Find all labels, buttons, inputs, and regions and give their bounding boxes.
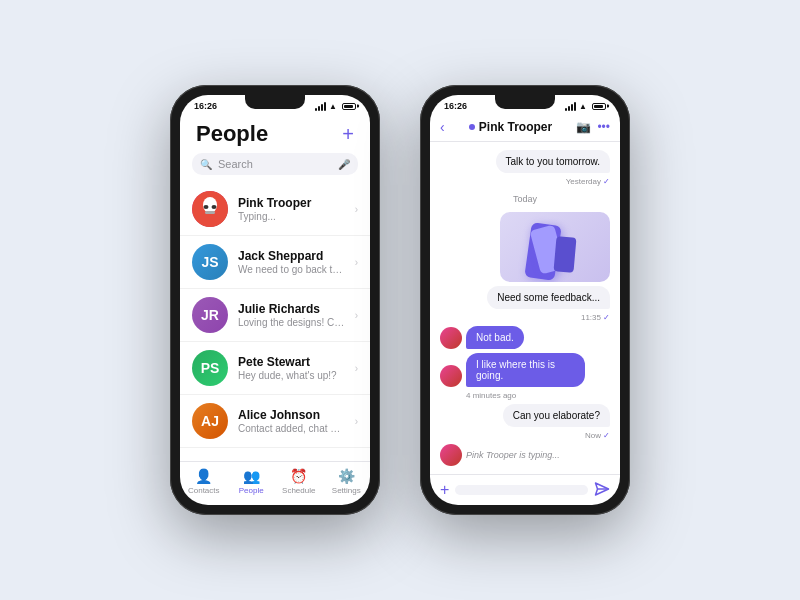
contact-item[interactable]: AJ Alice Johnson Contact added, chat wit…	[180, 395, 370, 448]
contact-status: Contact added, chat with Alice now	[238, 423, 345, 434]
typing-text: Pink Trooper is typing...	[466, 450, 560, 460]
people-screen: 16:26 ▲ People +	[180, 95, 370, 505]
image-message	[500, 212, 610, 282]
svg-rect-4	[205, 211, 215, 214]
search-bar[interactable]: 🔍 Search 🎤	[192, 153, 358, 175]
contact-info: Jack Sheppard We need to go back to the …	[238, 249, 345, 275]
signal-bar-4	[324, 102, 326, 111]
checkmark-icon: ✓	[603, 177, 610, 186]
tab-schedule[interactable]: ⏰ Schedule	[275, 468, 323, 495]
message-timestamp: 11:35 ✓	[581, 313, 610, 322]
avatar: JR	[192, 297, 228, 333]
signal-bar-3	[321, 104, 323, 111]
message-bubble: Need some feedback...	[487, 286, 610, 309]
avatar: AJ	[192, 403, 228, 439]
contact-item[interactable]: JR Julie Richards Loving the designs! Ca…	[180, 289, 370, 342]
right-phone: 16:26 ▲ ‹ Pink Trooper	[420, 85, 630, 515]
status-bar-right: 16:26 ▲	[430, 95, 620, 113]
send-icon	[594, 482, 610, 496]
send-button[interactable]	[594, 482, 610, 499]
battery-icon-right	[592, 103, 606, 110]
timestamp-text: Now	[585, 431, 601, 440]
svg-point-3	[212, 205, 217, 209]
trooper-icon	[192, 191, 228, 227]
message-bubble: Talk to you tomorrow.	[496, 150, 610, 173]
contact-name: Julie Richards	[238, 302, 345, 316]
signal-bar-1	[315, 108, 317, 111]
contact-name-label: Pink Trooper	[479, 120, 552, 134]
more-options-icon[interactable]: •••	[597, 120, 610, 134]
attachment-button[interactable]: +	[440, 481, 449, 499]
contact-item[interactable]: PS Pete Stewart Hey dude, what's up!? ›	[180, 342, 370, 395]
status-icons-left: ▲	[315, 102, 356, 111]
message-timestamp: 4 minutes ago	[466, 391, 516, 400]
contacts-icon: 👤	[195, 468, 212, 484]
timestamp-text: 11:35	[581, 313, 601, 322]
image-content	[500, 212, 610, 282]
day-separator: Today	[513, 194, 537, 204]
chevron-icon: ›	[355, 310, 358, 321]
signal-bars-right	[565, 102, 576, 111]
contact-info: Julie Richards Loving the designs! Can w…	[238, 302, 345, 328]
checkmark-icon: ✓	[603, 313, 610, 322]
signal-bar-1	[565, 108, 567, 111]
contact-info: Alice Johnson Contact added, chat with A…	[238, 408, 345, 434]
contact-name: Pink Trooper	[238, 196, 345, 210]
tab-contacts[interactable]: 👤 Contacts	[180, 468, 228, 495]
contact-status: Loving the designs! Can we add ...	[238, 317, 345, 328]
search-icon: 🔍	[200, 159, 212, 170]
bottom-tabs: 👤 Contacts 👥 People ⏰ Schedule ⚙️ Settin…	[180, 461, 370, 505]
page-title: People	[196, 121, 268, 147]
message-bubble-sent: I like where this is going.	[466, 353, 585, 387]
message-timestamp: Now ✓	[585, 431, 610, 440]
avatar	[192, 191, 228, 227]
chevron-icon: ›	[355, 257, 358, 268]
search-input[interactable]: Search	[218, 158, 332, 170]
tab-people[interactable]: 👥 People	[228, 468, 276, 495]
sender-avatar	[440, 327, 462, 349]
chevron-icon: ›	[355, 204, 358, 215]
contact-name: Pete Stewart	[238, 355, 345, 369]
message-input[interactable]	[455, 485, 588, 495]
avatar: PS	[192, 350, 228, 386]
notch-right	[495, 95, 555, 109]
people-icon: 👥	[243, 468, 260, 484]
video-call-icon[interactable]: 📷	[576, 120, 591, 134]
mic-icon[interactable]: 🎤	[338, 159, 350, 170]
contact-item[interactable]: Pink Trooper Typing... ›	[180, 183, 370, 236]
back-button[interactable]: ‹	[440, 119, 445, 135]
sent-message-row: Not bad.	[440, 326, 610, 349]
tab-people-label: People	[239, 486, 264, 495]
tab-contacts-label: Contacts	[188, 486, 220, 495]
contact-info: Pink Trooper Typing...	[238, 196, 345, 222]
avatar: JS	[192, 244, 228, 280]
chat-contact-name: Pink Trooper	[451, 120, 571, 134]
contact-item[interactable]: JS Jack Sheppard We need to go back to t…	[180, 236, 370, 289]
tab-schedule-label: Schedule	[282, 486, 315, 495]
typing-indicator: Pink Trooper is typing...	[440, 444, 610, 466]
add-button[interactable]: +	[342, 124, 354, 144]
timestamp-text: 4 minutes ago	[466, 391, 516, 400]
battery-icon	[342, 103, 356, 110]
status-icons-right: ▲	[565, 102, 606, 111]
checkmark-icon: ✓	[603, 431, 610, 440]
contact-status: We need to go back to the Island! :(	[238, 264, 345, 275]
people-header: People +	[180, 113, 370, 153]
battery-fill	[344, 105, 353, 108]
left-phone: 16:26 ▲ People +	[170, 85, 380, 515]
battery-fill-right	[594, 105, 603, 108]
signal-bar-2	[568, 106, 570, 111]
people-content: People + 🔍 Search 🎤	[180, 113, 370, 505]
tab-settings[interactable]: ⚙️ Settings	[323, 468, 371, 495]
wifi-icon: ▲	[329, 102, 337, 111]
time-right: 16:26	[444, 101, 467, 111]
contact-name: Alice Johnson	[238, 408, 345, 422]
message-bubble: Can you elaborate?	[503, 404, 610, 427]
online-indicator	[469, 124, 475, 130]
signal-bar-4	[574, 102, 576, 111]
svg-point-2	[204, 205, 209, 209]
sender-avatar	[440, 365, 462, 387]
sent-message-row: I like where this is going.	[440, 353, 610, 387]
signal-bar-3	[571, 104, 573, 111]
contacts-list: Pink Trooper Typing... › JS Jack Sheppar…	[180, 183, 370, 461]
